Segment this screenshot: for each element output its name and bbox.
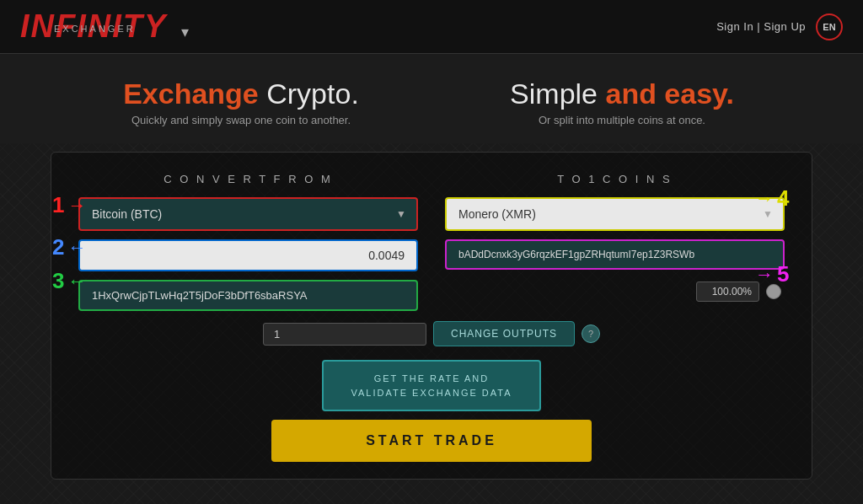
hero-right-title: Simple and easy.: [432, 78, 812, 110]
language-selector[interactable]: EN: [816, 13, 843, 40]
percent-row: [445, 278, 785, 305]
amount-input[interactable]: [80, 241, 416, 270]
auth-links[interactable]: Sign In | Sign Up: [716, 20, 806, 33]
outputs-row: CHANGE OUTPUTS ?: [78, 321, 785, 346]
to-address-wrapper: [445, 239, 785, 270]
hero-left-accent: Exchange: [123, 78, 259, 110]
hero-section: Exchange Crypto. Quickly and simply swap…: [0, 54, 863, 143]
validate-button[interactable]: GET THE RATE AND VALIDATE EXCHANGE DATA: [322, 360, 540, 411]
hero-right: Simple and easy. Or split into multiple …: [432, 78, 812, 126]
to-coin-select[interactable]: Monero (XMR): [447, 199, 783, 229]
output-number-input[interactable]: [263, 323, 426, 346]
to-address-input[interactable]: [447, 241, 783, 268]
help-icon[interactable]: ?: [582, 324, 600, 343]
from-coin-select-wrapper: Bitcoin (BTC) ▼: [78, 197, 418, 231]
logo-exchanger: EXCHANGER: [54, 24, 136, 34]
hero-right-accent: and easy.: [605, 78, 733, 110]
converter-card: C O N V E R T F R O M Bitcoin (BTC) ▼ T …: [51, 152, 812, 480]
percent-input[interactable]: [696, 281, 759, 302]
from-address-wrapper: [78, 280, 418, 311]
chevron-icon[interactable]: ▾: [181, 24, 189, 40]
amount-input-wrapper: [78, 239, 418, 271]
change-outputs-button[interactable]: CHANGE OUTPUTS: [433, 321, 575, 346]
hero-left: Exchange Crypto. Quickly and simply swap…: [51, 78, 432, 126]
from-label: C O N V E R T F R O M: [78, 173, 418, 185]
to-label: T O 1 C O I N S: [445, 173, 785, 185]
color-circle: [766, 284, 781, 299]
hero-left-subtitle: Quickly and simply swap one coin to anot…: [51, 114, 432, 126]
from-coin-select[interactable]: Bitcoin (BTC): [80, 199, 416, 229]
from-address-input[interactable]: [80, 281, 416, 309]
hero-right-plain: Simple: [510, 78, 598, 110]
hero-left-title: Exchange Crypto.: [51, 78, 432, 110]
convert-to-col: T O 1 C O I N S Monero (XMR) ▼: [445, 173, 785, 311]
start-trade-button[interactable]: START TRADE: [271, 420, 592, 462]
hero-left-plain: Crypto.: [266, 78, 359, 110]
hero-right-subtitle: Or split into multiple coins at once.: [432, 114, 812, 126]
convert-from-col: C O N V E R T F R O M Bitcoin (BTC) ▼: [78, 173, 418, 311]
to-coin-select-wrapper: Monero (XMR) ▼: [445, 197, 785, 231]
